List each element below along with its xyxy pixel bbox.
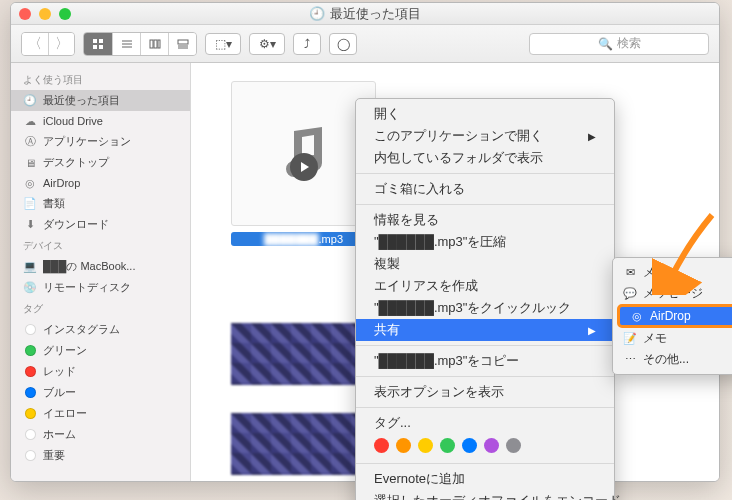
tag-icon (23, 449, 37, 463)
search-field[interactable]: 🔍 検索 (529, 33, 709, 55)
tags-button[interactable]: ◯ (329, 33, 357, 55)
toolbar: 〈 〉 ⬚▾ ⚙▾ ⤴ ◯ 🔍 検索 (11, 25, 719, 63)
share-menu-item[interactable]: 💬メッセージ (613, 283, 732, 304)
context-menu-item[interactable]: 内包しているフォルダで表示 (356, 147, 614, 169)
sidebar-item-label: ダウンロード (43, 217, 109, 232)
tag-icon (23, 365, 37, 379)
context-menu-item[interactable]: "██████.mp3"をコピー (356, 350, 614, 372)
sidebar-item-label: リモートディスク (43, 280, 131, 295)
coverflow-view-button[interactable] (168, 33, 196, 55)
tag-color-row[interactable] (356, 434, 614, 459)
zoom-button[interactable] (59, 8, 71, 20)
sidebar-item-label: ███の MacBook... (43, 259, 135, 274)
tag-icon (23, 386, 37, 400)
sidebar-item[interactable]: ☁iCloud Drive (11, 111, 190, 131)
share-item-label: メッセージ (643, 285, 703, 302)
sidebar-item[interactable]: ブルー (11, 382, 190, 403)
share-item-icon: ✉ (623, 266, 637, 280)
recent-icon: 🕘 (309, 6, 325, 21)
back-button[interactable]: 〈 (22, 33, 48, 55)
sidebar: よく使う項目🕘最近使った項目☁iCloud DriveⒶアプリケーション🖥デスク… (11, 63, 191, 481)
svg-rect-1 (99, 39, 103, 43)
column-view-button[interactable] (140, 33, 168, 55)
forward-button[interactable]: 〉 (48, 33, 74, 55)
window-title: 🕘 最近使った項目 (309, 5, 421, 23)
sidebar-item-label: デスクトップ (43, 155, 109, 170)
sidebar-item-label: 最近使った項目 (43, 93, 120, 108)
context-menu-item[interactable]: エイリアスを作成 (356, 275, 614, 297)
sidebar-item-label: レッド (43, 364, 76, 379)
sidebar-item[interactable]: Ⓐアプリケーション (11, 131, 190, 152)
minimize-button[interactable] (39, 8, 51, 20)
laptop-icon: 💻 (23, 260, 37, 274)
sidebar-item[interactable]: 🖥デスクトップ (11, 152, 190, 173)
search-icon: 🔍 (598, 37, 613, 51)
share-item-icon: 💬 (623, 287, 637, 301)
sidebar-item-label: アプリケーション (43, 134, 131, 149)
sidebar-item[interactable]: レッド (11, 361, 190, 382)
share-item-label: その他... (643, 351, 689, 368)
context-menu-item[interactable]: "██████.mp3"をクイックルック (356, 297, 614, 319)
sidebar-item-label: AirDrop (43, 177, 80, 189)
svg-rect-10 (178, 40, 188, 44)
action-button[interactable]: ⚙▾ (249, 33, 285, 55)
nav-buttons: 〈 〉 (21, 32, 75, 56)
sidebar-item[interactable]: 重要 (11, 445, 190, 466)
share-item-icon: 📝 (623, 332, 637, 346)
sidebar-item-label: グリーン (43, 343, 87, 358)
close-button[interactable] (19, 8, 31, 20)
sidebar-section-header: タグ (11, 298, 190, 319)
traffic-lights (19, 8, 71, 20)
share-item-icon: ⋯ (623, 353, 637, 367)
tag-icon (23, 407, 37, 421)
svg-rect-0 (93, 39, 97, 43)
sidebar-item-label: 重要 (43, 448, 65, 463)
icon-view-button[interactable] (84, 33, 112, 55)
sidebar-item[interactable]: ◎AirDrop (11, 173, 190, 193)
share-menu-item[interactable]: ⋯その他... (613, 349, 732, 370)
sidebar-item-label: 書類 (43, 196, 65, 211)
sidebar-item[interactable]: 💻███の MacBook... (11, 256, 190, 277)
sidebar-item[interactable]: インスタグラム (11, 319, 190, 340)
submenu-arrow-icon: ▶ (588, 325, 596, 336)
sidebar-item[interactable]: 🕘最近使った項目 (11, 90, 190, 111)
context-menu-item[interactable]: タグ... (356, 412, 614, 434)
context-menu-item[interactable]: 選択したオーディオファイルをエンコード (356, 490, 614, 500)
submenu-arrow-icon: ▶ (588, 131, 596, 142)
sidebar-item-label: インスタグラム (43, 322, 120, 337)
titlebar: 🕘 最近使った項目 (11, 3, 719, 25)
context-menu-item[interactable]: このアプリケーションで開く▶ (356, 125, 614, 147)
airdrop-icon: ◎ (23, 176, 37, 190)
context-menu-item[interactable]: 共有▶ (356, 319, 614, 341)
cloud-icon: ☁ (23, 114, 37, 128)
context-menu-item[interactable]: 表示オプションを表示 (356, 381, 614, 403)
disc-icon: 💿 (23, 281, 37, 295)
context-menu-item[interactable]: Evernoteに追加 (356, 468, 614, 490)
sidebar-item[interactable]: ⬇ダウンロード (11, 214, 190, 235)
sidebar-item[interactable]: グリーン (11, 340, 190, 361)
share-item-label: AirDrop (650, 309, 691, 323)
arrange-button[interactable]: ⬚▾ (205, 33, 241, 55)
recent-icon: 🕘 (23, 94, 37, 108)
context-menu-item[interactable]: ゴミ箱に入れる (356, 178, 614, 200)
sidebar-item[interactable]: 📄書類 (11, 193, 190, 214)
svg-rect-2 (93, 45, 97, 49)
context-menu-item[interactable]: "██████.mp3"を圧縮 (356, 231, 614, 253)
context-menu-item[interactable]: 複製 (356, 253, 614, 275)
sidebar-item[interactable]: ホーム (11, 424, 190, 445)
share-menu-item[interactable]: 📝メモ (613, 328, 732, 349)
sidebar-section-header: よく使う項目 (11, 69, 190, 90)
context-menu-item[interactable]: 情報を見る (356, 209, 614, 231)
share-submenu: ✉メール💬メッセージ◎AirDrop📝メモ⋯その他... (612, 257, 732, 375)
sidebar-item[interactable]: イエロー (11, 403, 190, 424)
share-menu-item[interactable]: ◎AirDrop (617, 304, 732, 328)
share-menu-item[interactable]: ✉メール (613, 262, 732, 283)
sidebar-section-header: デバイス (11, 235, 190, 256)
docs-icon: 📄 (23, 197, 37, 211)
list-view-button[interactable] (112, 33, 140, 55)
share-item-icon: ◎ (630, 309, 644, 323)
sidebar-item[interactable]: 💿リモートディスク (11, 277, 190, 298)
context-menu-item[interactable]: 開く (356, 103, 614, 125)
share-button[interactable]: ⤴ (293, 33, 321, 55)
svg-rect-9 (158, 40, 160, 48)
